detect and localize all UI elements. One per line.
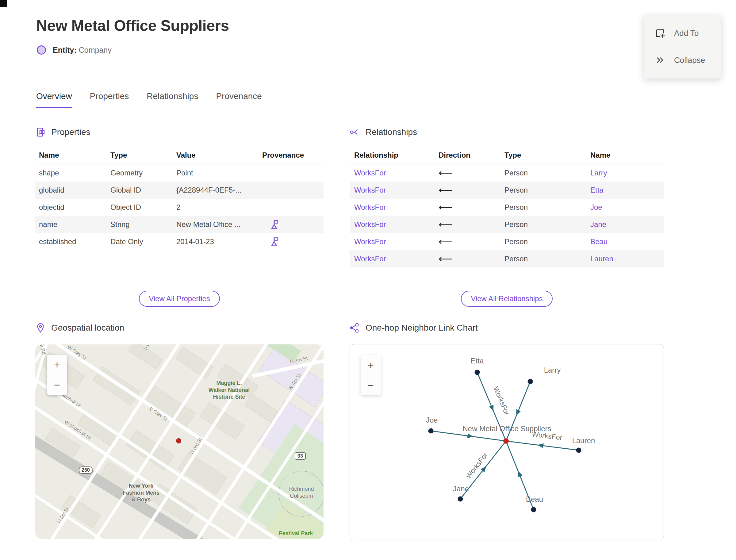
col-header-relationship: Relationship <box>354 151 398 159</box>
tab-properties[interactable]: Properties <box>90 91 129 108</box>
entity-name-link[interactable]: Beau <box>590 233 608 250</box>
col-header-type: Type <box>110 151 127 159</box>
relationship-link[interactable]: WorksFor <box>354 164 386 182</box>
tab-relationships[interactable]: Relationships <box>147 91 198 108</box>
entity-type-icon <box>37 45 46 55</box>
relationship-row: WorksFor ⟵ Person Joe <box>350 199 664 216</box>
relationship-link[interactable]: WorksFor <box>354 182 386 199</box>
direction-arrow: ⟵ <box>439 216 453 233</box>
link-chart-svg: WorksForWorksForWorksForEttaLarryJoeLaur… <box>350 344 664 540</box>
relationships-table: Relationship Direction Type Name WorksFo… <box>350 147 664 267</box>
property-row: established Date Only 2014-01-23 <box>35 233 324 250</box>
direction-arrow: ⟵ <box>439 233 453 250</box>
property-type: Global ID <box>110 182 141 199</box>
relationship-type: Person <box>504 250 528 267</box>
node-label: Etta <box>471 357 484 365</box>
property-name: established <box>39 233 76 250</box>
collapse-button[interactable]: Collapse <box>644 47 721 74</box>
relationship-link[interactable]: WorksFor <box>354 199 386 216</box>
poi-line: Richmond <box>277 485 324 493</box>
entity-name-link[interactable]: Larry <box>590 164 607 182</box>
page-title: New Metal Office Suppliers <box>36 17 229 35</box>
add-to-label: Add To <box>674 29 699 38</box>
property-row: name String New Metal Office ... <box>35 216 324 233</box>
link-chart-canvas[interactable]: WorksForWorksForWorksForEttaLarryJoeLaur… <box>350 344 664 540</box>
relationships-table-header: Relationship Direction Type Name <box>350 147 664 164</box>
relationship-link[interactable]: WorksFor <box>354 233 386 250</box>
poi-line: Walker National <box>201 387 257 394</box>
person-node[interactable] <box>531 507 536 512</box>
entity-name-link[interactable]: Etta <box>590 182 604 199</box>
geospatial-section-header: Geospatial location <box>35 323 124 333</box>
chart-zoom-in-button[interactable]: + <box>361 355 381 375</box>
relationship-type: Person <box>504 233 528 250</box>
properties-table-header: Name Type Value Provenance <box>35 147 324 164</box>
person-node[interactable] <box>528 379 533 384</box>
view-all-properties-button[interactable]: View All Properties <box>139 291 220 307</box>
tab-overview[interactable]: Overview <box>36 91 72 108</box>
node-label: Jane <box>453 485 469 493</box>
relationship-type: Person <box>504 182 528 199</box>
relationship-link[interactable]: WorksFor <box>354 250 386 267</box>
add-to-icon <box>654 28 665 39</box>
entity-detail-page: New Metal Office Suppliers Entity: Compa… <box>0 0 736 560</box>
edge-arrowhead <box>481 466 486 472</box>
entity-location-marker[interactable] <box>176 438 181 443</box>
entity-type-value: Company <box>79 46 112 54</box>
chart-zoom-out-button[interactable]: − <box>361 375 381 395</box>
center-entity-node[interactable] <box>503 438 509 444</box>
direction-arrow: ⟵ <box>439 199 453 216</box>
node-label: Joe <box>426 416 438 424</box>
entity-name-link[interactable]: Jane <box>590 216 606 233</box>
poi-line: Coliseum <box>277 493 324 500</box>
highway-shield-250: 250 <box>79 466 93 474</box>
map-zoom-in-button[interactable]: + <box>47 355 67 375</box>
properties-icon <box>35 127 46 137</box>
relationships-icon <box>350 127 360 137</box>
relationship-type: Person <box>504 199 528 216</box>
property-type: Object ID <box>110 199 141 216</box>
properties-section-header: Properties <box>35 127 90 137</box>
poi-line: & Boys <box>113 496 169 503</box>
tab-bar: Overview Properties Relationships Proven… <box>36 91 280 108</box>
person-node[interactable] <box>458 497 463 502</box>
person-node[interactable] <box>475 370 480 375</box>
property-value: Point <box>176 164 193 182</box>
relationship-link[interactable]: WorksFor <box>354 216 386 233</box>
poi-line: Maggie L. <box>201 380 257 387</box>
property-name: shape <box>39 164 59 182</box>
person-node[interactable] <box>576 448 581 453</box>
map-zoom-out-button[interactable]: − <box>47 375 67 395</box>
direction-arrow: ⟵ <box>439 182 453 199</box>
tab-provenance[interactable]: Provenance <box>216 91 262 108</box>
node-label: Larry <box>544 366 561 374</box>
properties-section-title: Properties <box>51 127 90 137</box>
entity-name-link[interactable]: Lauren <box>590 250 613 267</box>
poi-new-york-fashion: New York Fashion Mens & Boys <box>113 482 169 503</box>
map-zoom-control: + − <box>47 355 67 395</box>
poi-line: Historic Site <box>201 393 257 401</box>
relationship-row: WorksFor ⟵ Person Jane <box>350 216 664 233</box>
chart-zoom-control: + − <box>361 355 381 395</box>
col-header-name: Name <box>590 151 610 159</box>
entity-type-text: Entity: Company <box>53 46 112 55</box>
map-canvas[interactable]: k Rd W Clay St Sa Marshall St W Marshall… <box>35 344 324 539</box>
property-value: 2014-01-23 <box>176 233 214 250</box>
add-to-button[interactable]: Add To <box>644 20 721 47</box>
corner-mark <box>0 0 7 7</box>
double-chevron-right-icon <box>654 55 665 66</box>
provenance-flag-icon[interactable] <box>270 220 278 231</box>
col-header-name: Name <box>39 151 59 159</box>
relationship-row: WorksFor ⟵ Person Lauren <box>350 250 664 267</box>
map-pin-icon <box>35 323 46 333</box>
edge-arrowhead <box>467 433 473 438</box>
col-header-type: Type <box>504 151 521 159</box>
properties-table: Name Type Value Provenance shape Geometr… <box>35 147 324 250</box>
poi-maggie-walker: Maggie L. Walker National Historic Site <box>201 380 257 401</box>
provenance-flag-icon[interactable] <box>270 237 278 248</box>
person-node[interactable] <box>428 428 434 434</box>
poi-festival-park: Festival Park <box>271 530 320 537</box>
col-header-direction: Direction <box>439 151 470 159</box>
entity-name-link[interactable]: Joe <box>590 199 602 216</box>
view-all-relationships-button[interactable]: View All Relationships <box>461 291 552 307</box>
